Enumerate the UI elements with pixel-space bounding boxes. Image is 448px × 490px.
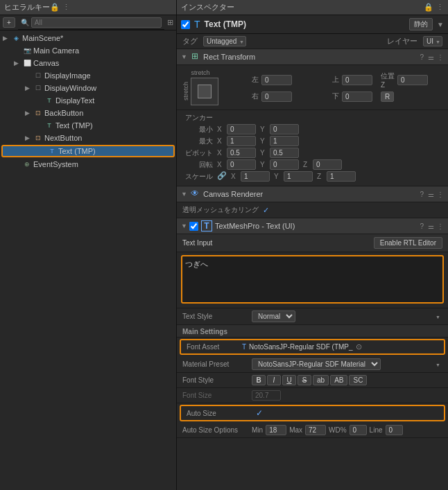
tag-layer-row: タグ Untagged レイヤー UI bbox=[177, 34, 448, 49]
style-btn-sc[interactable]: SC bbox=[349, 375, 367, 385]
right-label: 右 bbox=[224, 91, 259, 101]
tree-item-texttmp[interactable]: T Text (TMP) bbox=[1, 145, 175, 157]
bottom-input[interactable] bbox=[342, 91, 372, 102]
canvas-help-icon[interactable]: ? bbox=[420, 191, 424, 198]
font-asset-row: Font Asset T NotoSansJP-Regular SDF (TMP… bbox=[180, 339, 445, 355]
tmp-expand-arrow: ▼ bbox=[181, 222, 189, 229]
canvas-renderer-icon: 👁 bbox=[189, 189, 200, 200]
hierarchy-list: ▶ ◈ MainScene* 📷 Main Camera ▶ ⬜ Canvas … bbox=[0, 30, 176, 490]
font-asset-type-icon: T bbox=[242, 343, 246, 351]
tree-item-backbutton[interactable]: ▶ ⊡ BackButton bbox=[0, 107, 176, 119]
tag-select[interactable]: Untagged bbox=[203, 36, 246, 46]
tmp-active-checkbox[interactable] bbox=[189, 222, 198, 231]
scale-z-input[interactable] bbox=[327, 171, 356, 182]
filter-icon[interactable]: ⊞ bbox=[167, 18, 173, 27]
canvas-align-icon: ⚌ bbox=[428, 191, 434, 198]
auto-size-wd-label: WD% bbox=[329, 426, 347, 434]
rtl-button[interactable]: Enable RTL Editor bbox=[374, 237, 442, 249]
inspector-content: T Text (TMP) 静的 ▼ タグ Untagged レイヤー UI bbox=[177, 15, 448, 490]
font-size-label: Font Size bbox=[182, 392, 252, 399]
scale-y-input[interactable] bbox=[284, 171, 313, 182]
label-backbutton: BackButton bbox=[44, 109, 83, 117]
more-icon[interactable]: ⋮ bbox=[62, 3, 70, 12]
label-displaywindow: DisplayWindow bbox=[44, 84, 96, 92]
anchor-max-x-input[interactable] bbox=[227, 136, 256, 146]
auto-size-max-label: Max bbox=[289, 426, 302, 434]
anchor-min-y-input[interactable] bbox=[270, 124, 299, 134]
tmp-header[interactable]: ▼ T TextMeshPro - Text (UI) ? ⚌ ⋮ bbox=[177, 218, 448, 234]
pos-z-input[interactable] bbox=[397, 75, 428, 85]
tree-item-displaywindow[interactable]: ▶ ☐ DisplayWindow bbox=[0, 82, 176, 94]
lock-icon[interactable]: 🔒 bbox=[50, 3, 60, 12]
canvas-settings-icon[interactable]: ⋮ bbox=[437, 191, 444, 198]
canvas-renderer-header[interactable]: ▼ 👁 Canvas Renderer ? ⚌ ⋮ bbox=[177, 186, 448, 202]
static-arrow[interactable]: ▼ bbox=[437, 21, 444, 28]
r-button[interactable]: R bbox=[381, 91, 394, 102]
icon-backbutton: ⊡ bbox=[33, 108, 43, 118]
transparent-mesh-check[interactable]: ✓ bbox=[263, 206, 269, 215]
top-input[interactable] bbox=[342, 75, 372, 85]
pivot-y-input[interactable] bbox=[270, 148, 299, 158]
anchor-max-y-input[interactable] bbox=[270, 136, 299, 146]
material-preset-select[interactable]: NotoSansJP-Regular SDF Material bbox=[252, 358, 381, 370]
style-btn-b[interactable]: B bbox=[252, 375, 266, 385]
style-btn-s[interactable]: S bbox=[298, 375, 311, 385]
text-input-area[interactable]: つぎへ bbox=[181, 255, 444, 304]
font-style-label: Font Style bbox=[182, 376, 252, 384]
auto-size-line-input[interactable] bbox=[386, 425, 403, 435]
auto-size-min-label: Min bbox=[252, 426, 263, 434]
auto-size-min-input[interactable] bbox=[266, 425, 286, 435]
tmp-help-icon[interactable]: ? bbox=[420, 222, 424, 230]
anchor-min-x-input[interactable] bbox=[227, 124, 256, 134]
tree-item-displayimage[interactable]: ☐ DisplayImage bbox=[0, 69, 176, 82]
right-input[interactable] bbox=[261, 91, 292, 102]
tree-item-displaytext[interactable]: T DisplayText bbox=[0, 94, 176, 107]
rect-transform-header[interactable]: ▼ ⊞ Rect Transform ? ⚌ ⋮ bbox=[177, 49, 448, 65]
text-style-row: Text Style Normal bbox=[177, 308, 448, 325]
scale-x-input[interactable] bbox=[241, 171, 270, 182]
top-label: 上 bbox=[304, 75, 339, 85]
pivot-x-input[interactable] bbox=[227, 148, 256, 158]
style-btn-ab-upper[interactable]: AB bbox=[330, 375, 347, 385]
auto-size-max-input[interactable] bbox=[305, 425, 326, 435]
rect-help-icon[interactable]: ? bbox=[420, 53, 424, 61]
rot-y-input[interactable] bbox=[270, 159, 299, 170]
left-input[interactable] bbox=[261, 75, 292, 85]
stretch-visual[interactable] bbox=[191, 78, 218, 105]
hierarchy-title: ヒエラルキー bbox=[4, 2, 50, 12]
rect-settings-icon[interactable]: ⋮ bbox=[437, 53, 444, 61]
layer-select[interactable]: UI bbox=[423, 36, 442, 46]
tree-item-canvas[interactable]: ▶ ⬜ Canvas bbox=[0, 57, 176, 69]
font-asset-target-icon[interactable]: ⊙ bbox=[356, 342, 362, 351]
style-btn-i[interactable]: I bbox=[267, 375, 281, 385]
add-button[interactable]: + bbox=[3, 17, 15, 28]
style-btn-ab[interactable]: ab bbox=[313, 375, 329, 385]
tree-item-mainscene[interactable]: ▶ ◈ MainScene* bbox=[0, 32, 176, 44]
static-button[interactable]: 静的 bbox=[409, 18, 433, 30]
auto-size-wd-input[interactable] bbox=[350, 425, 367, 435]
arrow-displaywindow: ▶ bbox=[25, 85, 33, 91]
arrow-canvas: ▶ bbox=[14, 60, 22, 67]
rot-x-label: X bbox=[217, 161, 225, 168]
tmp-align-icon: ⚌ bbox=[428, 222, 434, 230]
tree-item-maincamera[interactable]: 📷 Main Camera bbox=[0, 44, 176, 57]
rot-z-input[interactable] bbox=[313, 159, 342, 170]
tmp-settings-icon[interactable]: ⋮ bbox=[437, 222, 444, 230]
search-input[interactable] bbox=[31, 17, 162, 28]
icon-displayimage: ☐ bbox=[33, 71, 43, 80]
rot-x-input[interactable] bbox=[227, 159, 256, 170]
icon-mainscene: ◈ bbox=[11, 33, 21, 43]
tree-item-nextbutton[interactable]: ▶ ⊡ NextButton bbox=[0, 132, 176, 144]
style-btn-u[interactable]: U bbox=[282, 375, 296, 385]
tree-item-texttmp2[interactable]: T Text (TMP) bbox=[0, 119, 176, 132]
icon-displaywindow: ☐ bbox=[33, 83, 43, 93]
active-checkbox[interactable] bbox=[181, 20, 190, 29]
text-input-header: Text Input Enable RTL Editor bbox=[177, 234, 448, 252]
more-inspector-icon[interactable]: ⋮ bbox=[436, 3, 444, 12]
anchor-max-label: 最大 bbox=[182, 137, 217, 146]
text-style-select[interactable]: Normal bbox=[252, 310, 295, 322]
auto-size-check[interactable]: ✓ bbox=[256, 408, 263, 418]
tree-item-eventsystem[interactable]: ⊕ EventSystem bbox=[0, 158, 176, 170]
lock-inspector-icon[interactable]: 🔒 bbox=[424, 3, 433, 12]
stretch-inner bbox=[198, 85, 212, 98]
